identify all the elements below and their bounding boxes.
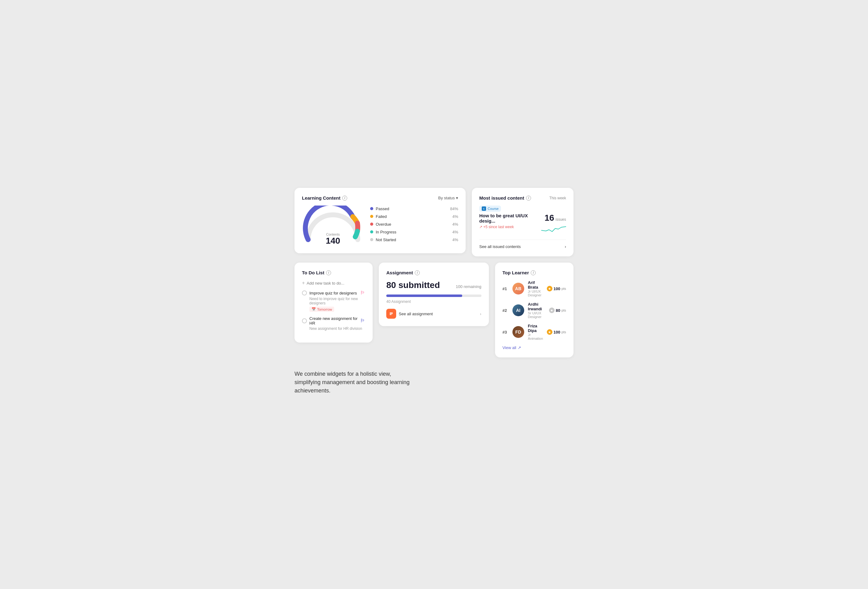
progress-bar-container [386,294,481,297]
flag-icon-1: 🏳 [360,290,365,296]
course-badge: C Course [479,205,501,212]
legend-item-failed: Failed 4% [370,214,458,219]
progress-bar-background [386,294,481,297]
course-icon: C [482,207,486,211]
view-all-link[interactable]: View all ↗ [502,345,566,350]
assignment-card: Assignment i 80 submitted 100 remaining … [379,263,489,326]
gauge-chart: Contents 140 [302,205,364,246]
mini-chart [541,224,566,235]
svg-text:C: C [483,208,484,210]
filter-button[interactable]: By status ▾ [438,196,458,200]
legend-item-notstarted: Not Started 4% [370,238,458,242]
submitted-count: 80 submitted [386,280,440,290]
info-icon-learner: i [531,270,536,275]
external-link-icon: ↗ [518,345,521,350]
course-title: How to be great UI/UX desig... [479,213,541,223]
info-icon-assignment: i [415,270,420,275]
assignment-count: 40 Assignment [386,300,481,304]
flag-icon-2: 🏳 [360,318,365,324]
avatar-3: FD [512,326,524,338]
progress-bar-fill [386,294,462,297]
assignment-icon [386,309,396,319]
notstarted-dot [370,238,373,241]
top-learner-card: Top Learner i #1 AB Arif Brata Jr UI/UX … [495,263,574,357]
svg-rect-3 [390,313,393,313]
bottom-description: We combine widgets for a holistic view, … [294,364,418,401]
gauge-value: 140 [326,236,340,246]
add-task-button[interactable]: + Add new task to do... [302,280,365,286]
remaining-count: 100 remaining [456,284,481,289]
most-issued-title: Most issued content i [479,195,531,201]
issues-count: 16 issues [541,213,566,235]
legend: Passed 84% Failed 4% O [370,207,458,245]
svg-rect-4 [390,313,393,314]
avatar-2: AI [512,304,524,316]
learning-content-card: Learning Content i By status ▾ [294,188,466,253]
legend-item-inprogress: In Progress 4% [370,230,458,234]
todo-list-card: To Do List i + Add new task to do... Imp… [294,263,373,342]
learner-row-2: #2 AI Ardhi Irwandi Sr UI/UX Designer ★ … [502,302,566,319]
svg-rect-5 [390,314,391,315]
trend-arrow-icon: ↗ [479,225,482,229]
learner-info-2: Ardhi Irwandi Sr UI/UX Designer [528,302,545,319]
pts-badge-1: ★ 100pts [547,286,566,291]
todo-item-2: Create new assignment for HR 🏳 New assig… [302,316,365,331]
learning-content-title: Learning Content i [302,195,347,201]
most-issued-card: Most issued content i This week C Course… [472,188,574,256]
trend-indicator: ↗ +5 since last week [479,225,541,229]
see-all-assignment-link[interactable]: See all assignment › [386,309,481,319]
pts-badge-3: ★ 100pts [547,329,566,335]
coin-icon-2: ★ [549,307,555,313]
learner-info-1: Arif Brata Jr UI/UX Designer [528,280,543,297]
todo-checkbox-1[interactable] [302,291,307,295]
passed-dot [370,207,373,210]
todo-title: To Do List i [302,270,331,275]
legend-item-overdue: Overdue 4% [370,222,458,227]
top-learner-title: Top Learner i [502,270,536,275]
avatar-1: AB [512,283,524,294]
chevron-right-assignment: › [480,311,481,316]
todo-item-1: Improve quiz for designers 🏳 Need to imp… [302,290,365,312]
info-icon-todo: i [326,270,331,275]
chevron-right-icon: › [565,244,566,249]
failed-dot [370,215,373,218]
learner-info-3: Friza Dipa Jr Animation [528,324,543,340]
pts-badge-2: ★ 80pts [549,307,566,313]
plus-icon: + [302,280,305,286]
calendar-icon: 📅 [311,307,316,311]
see-all-issued-link[interactable]: See all issued contents › [479,240,566,249]
learner-row-1: #1 AB Arif Brata Jr UI/UX Designer ★ 100… [502,280,566,297]
legend-item-passed: Passed 84% [370,207,458,211]
todo-checkbox-2[interactable] [302,318,307,323]
assignment-title: Assignment i [386,270,420,275]
info-icon-issued: i [526,196,531,201]
chevron-down-icon: ▾ [456,196,458,200]
info-icon: i [342,196,347,201]
overdue-dot [370,223,373,226]
todo-date-1: 📅 Tomorrow [309,307,334,312]
coin-icon-1: ★ [547,286,552,291]
learner-row-3: #3 FD Friza Dipa Jr Animation ★ 100pts [502,324,566,340]
inprogress-dot [370,230,373,233]
coin-icon-3: ★ [547,329,552,335]
